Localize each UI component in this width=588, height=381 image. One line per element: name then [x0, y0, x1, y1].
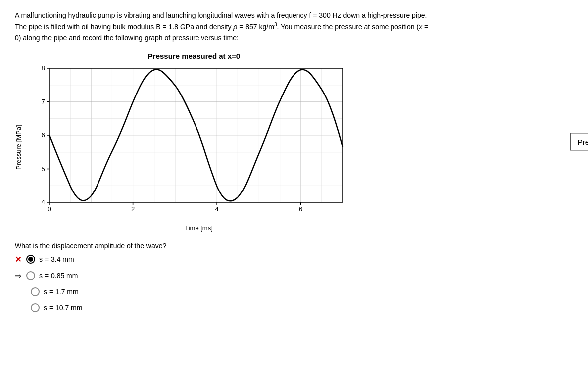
svg-text:5: 5 [41, 165, 45, 172]
option-a[interactable]: ✕ s = 3.4 mm [15, 255, 573, 264]
option-d-label: s = 10.7 mm [44, 304, 82, 312]
question-section: What is the displacement amplitude of th… [15, 242, 573, 312]
chart-tooltip: Pressure along the pipe over time [570, 133, 588, 150]
option-a-label: s = 3.4 mm [39, 255, 74, 263]
svg-text:6: 6 [41, 131, 45, 139]
svg-text:4: 4 [41, 198, 45, 206]
option-c-label: s = 1.7 mm [44, 288, 79, 296]
radio-c[interactable] [31, 287, 40, 296]
svg-text:6: 6 [299, 205, 302, 213]
radio-a[interactable] [26, 255, 35, 264]
chart-title: Pressure measured at x=0 [15, 52, 373, 60]
problem-text: A malfunctioning hydraulic pump is vibra… [15, 10, 562, 44]
radio-inner-a [28, 257, 33, 262]
chart-plot-area: 4 5 6 7 8 0 2 4 6 [24, 63, 373, 232]
radio-d[interactable] [31, 303, 40, 312]
chart-svg: 4 5 6 7 8 0 2 4 6 [24, 63, 353, 222]
svg-text:7: 7 [41, 97, 45, 105]
option-c[interactable]: s = 1.7 mm [15, 287, 573, 296]
svg-text:8: 8 [41, 64, 45, 72]
svg-text:2: 2 [131, 205, 135, 213]
wrong-mark-a: ✕ [15, 255, 21, 264]
y-axis-label: Pressure [MPa] [15, 63, 22, 232]
chart-container: Pressure measured at x=0 Pressure [MPa] [15, 52, 373, 232]
radio-b[interactable] [26, 271, 35, 280]
svg-text:4: 4 [215, 205, 218, 213]
arrow-mark-b: ⇒ [15, 271, 21, 281]
option-b[interactable]: ⇒ s = 0.85 mm [15, 271, 573, 281]
svg-text:0: 0 [47, 205, 51, 213]
option-d[interactable]: s = 10.7 mm [15, 303, 573, 312]
chart-section: Pressure measured at x=0 Pressure [MPa] [15, 52, 573, 232]
option-b-label: s = 0.85 mm [39, 272, 78, 280]
x-axis-label: Time [ms] [24, 224, 373, 232]
question-text: What is the displacement amplitude of th… [15, 242, 573, 250]
answer-options: ✕ s = 3.4 mm ⇒ s = 0.85 mm s = 1.7 mm s … [15, 255, 573, 312]
